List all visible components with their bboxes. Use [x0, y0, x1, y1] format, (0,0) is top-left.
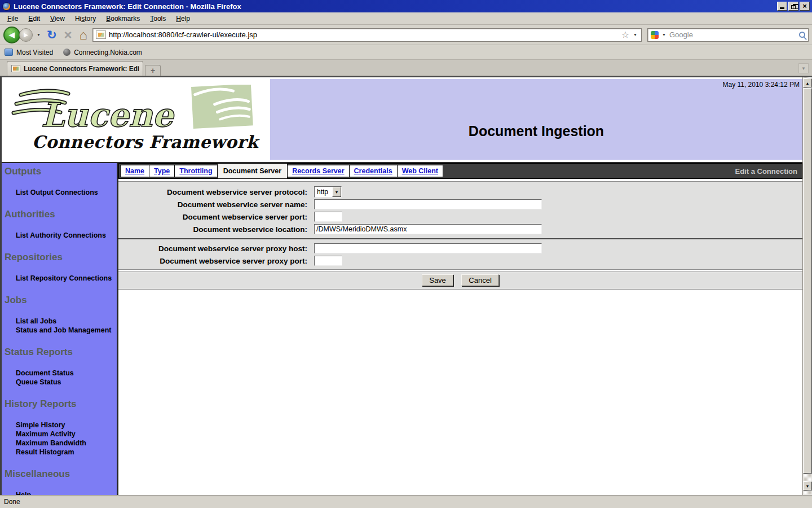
- url-dropdown-button[interactable]: ▼: [632, 33, 638, 37]
- bookmarks-bar: Most Visited Connecting.Nokia.com: [0, 45, 812, 60]
- search-input[interactable]: [669, 30, 797, 39]
- sidebar-header-miscellaneous: Miscellaneous: [5, 468, 117, 480]
- bookmark-most-visited[interactable]: Most Visited: [5, 49, 53, 56]
- sidebar-link-status-job-management[interactable]: Status and Job Management: [16, 326, 117, 335]
- sidebar-link-help[interactable]: Help: [16, 491, 117, 495]
- forward-icon: ▶: [24, 32, 28, 38]
- tab-web-client[interactable]: Web Client: [397, 165, 443, 177]
- location-input[interactable]: [314, 224, 542, 234]
- sidebar-link-list-output-connections[interactable]: List Output Connections: [16, 188, 117, 197]
- cancel-button[interactable]: Cancel: [461, 274, 498, 286]
- tab-credentials[interactable]: Credentials: [349, 165, 398, 177]
- sidebar-link-list-authority-connections[interactable]: List Authority Connections: [16, 231, 117, 240]
- logo-box: Lucene Connectors Framework: [2, 79, 270, 160]
- minimize-button[interactable]: [777, 2, 787, 11]
- menu-bar: File Edit View History Bookmarks Tools H…: [0, 12, 812, 25]
- sidebar-link-result-histogram[interactable]: Result Histogram: [16, 448, 117, 457]
- button-band: Save Cancel: [118, 271, 802, 290]
- sidebar-header-authorities: Authorities: [5, 209, 117, 220]
- sidebar-link-maximum-activity[interactable]: Maximum Activity: [16, 430, 117, 439]
- menu-edit[interactable]: Edit: [24, 13, 45, 24]
- sidebar-link-list-all-jobs[interactable]: List all Jobs: [16, 317, 117, 326]
- form-row: Document webservice server proxy port:: [118, 255, 802, 267]
- edit-connection-label: Edit a Connection: [735, 167, 802, 176]
- search-icon[interactable]: [799, 32, 805, 38]
- vertical-scrollbar[interactable]: ▲ ▼: [802, 77, 812, 495]
- tab-bar: Lucene Connectors Framework: Edit ... + …: [0, 60, 812, 76]
- logo-subtitle: Connectors Framework: [32, 132, 270, 152]
- refresh-button[interactable]: ↻: [45, 29, 59, 41]
- menu-tools[interactable]: Tools: [145, 13, 170, 24]
- web-page: Lucene Connectors Framework May 11, 2010…: [0, 77, 802, 495]
- site-favicon: [96, 30, 106, 39]
- protocol-select[interactable]: http ▼: [314, 186, 342, 198]
- sidebar-link-maximum-bandwidth[interactable]: Maximum Bandwidth: [16, 439, 117, 448]
- sidebar-link-simple-history[interactable]: Simple History: [16, 421, 117, 430]
- restore-button[interactable]: [788, 2, 798, 11]
- server-name-label: Document webservice server name:: [118, 200, 314, 209]
- new-tab-button[interactable]: +: [145, 65, 161, 76]
- tab-name[interactable]: Name: [120, 165, 149, 177]
- list-all-tabs-button[interactable]: ▼: [798, 63, 809, 73]
- folder-icon: [5, 49, 13, 56]
- server-name-input[interactable]: [314, 199, 542, 209]
- form-row: Document webservice server port:: [118, 211, 802, 223]
- forward-button[interactable]: ▶: [19, 28, 33, 42]
- tab-type[interactable]: Type: [149, 165, 175, 177]
- tab-title: Lucene Connectors Framework: Edit ...: [24, 65, 139, 73]
- tab-records-server[interactable]: Records Server: [287, 165, 349, 177]
- menu-history[interactable]: History: [70, 13, 100, 24]
- minimize-icon: [780, 7, 784, 9]
- scroll-up-button[interactable]: ▲: [803, 78, 812, 87]
- bookmark-connecting-nokia[interactable]: Connecting.Nokia.com: [63, 49, 142, 56]
- lucene-logo: Lucene: [10, 85, 261, 139]
- form-row: Document webservice server protocol: htt…: [118, 186, 802, 198]
- window-title: Lucene Connectors Framework: Edit Connec…: [14, 2, 774, 11]
- save-button[interactable]: Save: [422, 274, 453, 286]
- proxy-host-label: Document webservice server proxy host:: [118, 244, 314, 253]
- bookmark-star-icon[interactable]: ☆: [621, 30, 629, 40]
- search-box[interactable]: ▼: [647, 28, 809, 42]
- status-text: Done: [4, 498, 20, 506]
- menu-file[interactable]: File: [3, 13, 23, 24]
- server-port-input[interactable]: [314, 212, 342, 222]
- sidebar-header-outputs: Outputs: [5, 166, 117, 177]
- protocol-value: http: [315, 188, 332, 196]
- close-icon: ×: [802, 2, 807, 10]
- proxy-port-input[interactable]: [314, 256, 342, 266]
- url-input[interactable]: [109, 30, 619, 39]
- refresh-icon: ↻: [47, 28, 57, 41]
- logo-wordmark: Lucene: [41, 96, 175, 134]
- scrollbar-thumb[interactable]: [803, 88, 812, 474]
- stop-button[interactable]: ×: [62, 28, 74, 42]
- form-row: Document webservice server proxy host:: [118, 242, 802, 255]
- close-button[interactable]: ×: [800, 2, 810, 11]
- form-row: Document webservice server name:: [118, 198, 802, 211]
- tab-throttling[interactable]: Throttling: [174, 165, 217, 177]
- protocol-label: Document webservice server protocol:: [118, 188, 314, 196]
- form-separator: [118, 238, 802, 239]
- page-body: Outputs List Output Connections Authorit…: [2, 162, 802, 495]
- tab-document-server[interactable]: Document Server: [217, 163, 288, 179]
- page-viewport: Lucene Connectors Framework May 11, 2010…: [0, 76, 812, 495]
- google-engine-icon: [651, 31, 659, 39]
- home-button[interactable]: ⌂: [77, 28, 90, 42]
- history-dropdown-button[interactable]: ▼: [36, 33, 42, 37]
- sidebar-link-document-status[interactable]: Document Status: [16, 369, 117, 378]
- url-bar[interactable]: ☆ ▼: [92, 28, 642, 42]
- page-header: Lucene Connectors Framework May 11, 2010…: [2, 79, 802, 160]
- browser-tab[interactable]: Lucene Connectors Framework: Edit ...: [7, 61, 143, 76]
- back-button[interactable]: ◀: [3, 27, 20, 43]
- sidebar-header-jobs: Jobs: [5, 295, 117, 306]
- menu-bookmarks[interactable]: Bookmarks: [102, 13, 144, 24]
- search-engine-dropdown[interactable]: ▼: [661, 33, 667, 37]
- select-dropdown-icon[interactable]: ▼: [332, 187, 341, 197]
- scroll-down-button[interactable]: ▼: [803, 481, 812, 491]
- sidebar-header-history-reports: History Reports: [5, 398, 117, 410]
- sidebar-link-queue-status[interactable]: Queue Status: [16, 378, 117, 387]
- menu-help[interactable]: Help: [171, 13, 195, 24]
- proxy-host-input[interactable]: [314, 243, 542, 253]
- server-port-label: Document webservice server port:: [118, 213, 314, 221]
- menu-view[interactable]: View: [46, 13, 69, 24]
- sidebar-link-list-repository-connections[interactable]: List Repository Connections: [16, 274, 117, 283]
